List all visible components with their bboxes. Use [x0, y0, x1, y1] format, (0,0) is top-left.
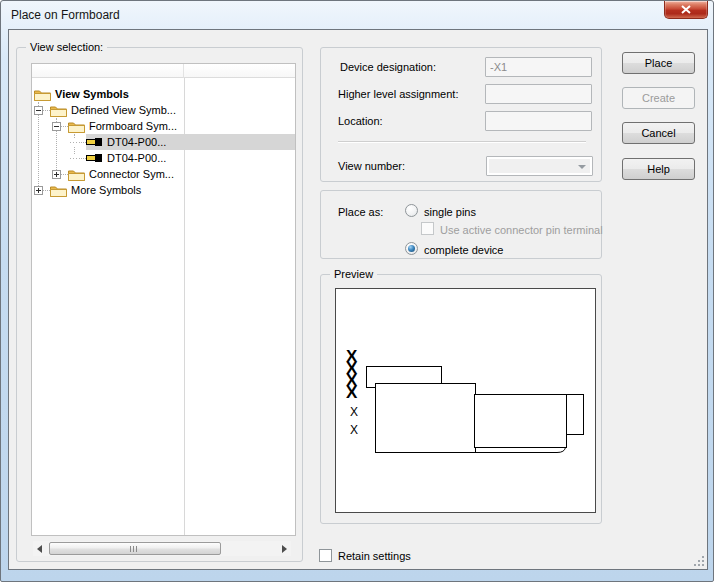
expander-minus-icon[interactable] [52, 122, 61, 131]
preview-canvas: X X X X X X [335, 288, 596, 513]
tree-line [61, 174, 68, 175]
retain-settings-checkbox[interactable] [319, 549, 332, 562]
single-pins-label: single pins [424, 206, 476, 218]
svg-text:X: X [350, 423, 358, 437]
svg-text:X: X [350, 405, 358, 419]
complete-device-radio[interactable] [405, 242, 418, 255]
folder-icon [68, 120, 85, 133]
device-group: Device designation: -X1 Higher level ass… [320, 47, 602, 182]
expander-minus-icon[interactable] [34, 106, 43, 115]
window-title: Place on Formboard [11, 8, 120, 22]
preview-group-label: Preview [330, 267, 377, 281]
retain-settings-label: Retain settings [338, 550, 411, 562]
tree-item-label: DT04-P00... [107, 151, 166, 166]
place-as-group: Place as: single pins Use active connect… [320, 190, 602, 259]
title-bar: Place on Formboard [1, 1, 713, 29]
tree-item-defined-view-symb[interactable]: Defined View Symb... [32, 102, 295, 118]
folder-icon [34, 88, 51, 101]
tree-column-header-2[interactable] [184, 64, 295, 78]
tree-item-label: Connector Sym... [89, 167, 174, 182]
tree-rows: View SymbolsDefined View Symb...Formboar… [32, 86, 295, 198]
location-field [485, 111, 592, 131]
connector-preview-drawing: X X X X X X [336, 289, 595, 512]
tree-item-dt04-p00[interactable]: DT04-P00... [32, 150, 295, 166]
tree-item-dt04-p00[interactable]: DT04-P00... [32, 134, 295, 150]
use-active-pin-terminal-label: Use active connector pin terminal [440, 224, 603, 236]
svg-text:X: X [346, 383, 358, 402]
folder-icon [50, 184, 67, 197]
scrollbar-thumb[interactable] [49, 542, 221, 555]
tree-item-more-symbols[interactable]: More Symbols [32, 182, 295, 198]
tree-line [79, 142, 86, 143]
resize-grip[interactable] [693, 555, 704, 566]
tree-horizontal-scrollbar[interactable] [33, 541, 291, 556]
create-button: Create [622, 87, 695, 109]
tree-line [61, 126, 68, 127]
tree-item-label: Formboard Sym... [89, 119, 177, 134]
device-designation-field: -X1 [485, 57, 592, 77]
place-button[interactable]: Place [622, 52, 695, 74]
location-label: Location: [338, 115, 383, 127]
dialog-place-on-formboard: Place on Formboard View selection: View … [0, 0, 714, 582]
place-as-label: Place as: [338, 206, 383, 218]
tree-line [70, 138, 79, 147]
tree-line [43, 190, 50, 191]
arrow-left-icon[interactable] [33, 541, 47, 556]
symbol-tree[interactable]: View SymbolsDefined View Symb...Formboar… [31, 63, 296, 536]
view-number-label: View number: [338, 160, 405, 172]
device-designation-label: Device designation: [340, 61, 436, 73]
tree-item-label: View Symbols [55, 87, 129, 102]
tree-column-headers [32, 64, 295, 78]
separator [338, 141, 586, 143]
tree-line [43, 110, 50, 111]
tree-line [79, 158, 86, 159]
tree-line [70, 154, 79, 163]
connector-icon [86, 136, 103, 149]
help-button[interactable]: Help [622, 158, 695, 180]
higher-level-label: Higher level assignment: [338, 88, 458, 100]
tree-item-label: DT04-P00... [107, 135, 166, 150]
tree-item-view-symbols[interactable]: View Symbols [32, 86, 295, 102]
folder-icon [50, 104, 67, 117]
tree-item-connector-sym[interactable]: Connector Sym... [32, 166, 295, 182]
preview-group: Preview X X X X X [320, 274, 602, 524]
view-selection-group-label: View selection: [26, 40, 107, 54]
use-active-pin-terminal-checkbox [421, 222, 434, 235]
expander-plus-icon[interactable] [34, 186, 43, 195]
view-number-value [489, 159, 590, 173]
arrow-right-icon[interactable] [277, 541, 291, 556]
tree-item-label: Defined View Symb... [71, 103, 176, 118]
expander-plus-icon[interactable] [52, 170, 61, 179]
view-number-dropdown [486, 156, 593, 176]
dialog-client-area: View selection: View SymbolsDefined View… [8, 29, 708, 570]
tree-item-formboard-sym[interactable]: Formboard Sym... [32, 118, 295, 134]
higher-level-field [485, 84, 592, 104]
folder-icon [68, 168, 85, 181]
close-icon [681, 5, 691, 14]
complete-device-label: complete device [424, 244, 504, 256]
connector-icon [86, 152, 103, 165]
tree-item-label: More Symbols [71, 183, 141, 198]
cancel-button[interactable]: Cancel [622, 122, 695, 144]
view-selection-group: View selection: View SymbolsDefined View… [16, 47, 303, 562]
chevron-down-icon [578, 165, 586, 169]
single-pins-radio[interactable] [405, 204, 418, 217]
close-button[interactable] [664, 1, 708, 19]
tree-column-header-1[interactable] [32, 64, 184, 78]
